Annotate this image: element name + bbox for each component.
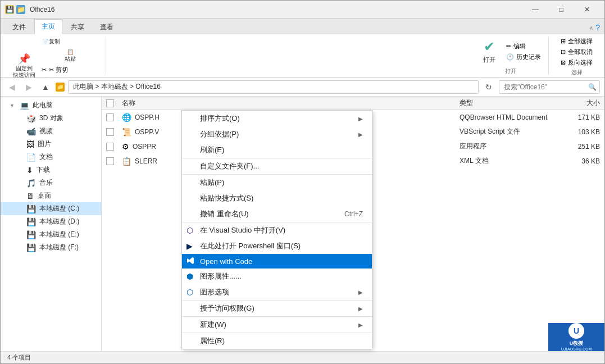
checkbox-2[interactable]	[106, 128, 114, 136]
cm-refresh-label: 刷新(E)	[200, 145, 224, 155]
breadcrumb: 此电脑 > 本地磁盘 > Office16	[73, 82, 161, 92]
select-all-icon: ⊞	[561, 38, 566, 45]
cm-graphics-properties[interactable]: ⬢ 图形属性......	[182, 269, 372, 284]
cm-paste[interactable]: 粘贴(P)	[182, 175, 372, 190]
invert-label: 反向选择	[568, 58, 593, 67]
cm-graphics-arrow: ▶	[358, 289, 363, 295]
filetype-4: XML 文档	[460, 156, 555, 166]
col-header-check	[106, 99, 122, 107]
sidebar-item-local-d[interactable]: 💾 本地磁盘 (D:)	[1, 215, 101, 228]
close-button[interactable]: ✕	[574, 1, 600, 19]
cut-label: ✂ 剪切	[49, 66, 68, 74]
pictures-label: 图片	[38, 139, 51, 149]
cm-properties[interactable]: 属性(R)	[182, 333, 372, 349]
sidebar-item-this-pc[interactable]: ▼ 💻 此电脑	[1, 99, 101, 112]
cm-custom-folder[interactable]: 自定义文件夹(F)...	[182, 158, 372, 175]
ribbon-select-content: ⊞ 全部选择 ⊡ 全部取消 ⊠ 反向选择	[559, 37, 594, 67]
file-icon-3: ⚙	[122, 142, 129, 151]
minimize-button[interactable]: —	[522, 1, 548, 19]
tab-share[interactable]: 共享	[63, 20, 92, 34]
cm-open-with-code[interactable]: Open with Code	[182, 254, 372, 269]
history-button[interactable]: 🕐 历史记录	[504, 52, 543, 62]
copy-label: 复制	[49, 38, 60, 46]
window: 💾 📁 Office16 — □ ✕ 文件 主页 共享 查看 ∧ ?	[0, 0, 605, 364]
sidebar-item-downloads[interactable]: ⬇ 下载	[1, 163, 101, 176]
file-check-2[interactable]	[106, 128, 122, 136]
forward-button[interactable]: ▶	[22, 80, 35, 94]
cm-sort-by[interactable]: 排序方式(O) ▶	[182, 111, 372, 126]
maximize-button[interactable]: □	[548, 1, 574, 19]
edit-button[interactable]: ✏ 编辑	[504, 42, 543, 51]
filetype-1: QQBrowser HTML Document	[460, 113, 555, 121]
tab-file[interactable]: 文件	[5, 20, 33, 34]
cm-group-arrow: ▶	[358, 131, 363, 138]
statusbar: 4 个项目	[1, 351, 604, 363]
sidebar-item-local-f[interactable]: 💾 本地磁盘 (F:)	[1, 241, 101, 254]
downloads-label: 下载	[37, 165, 50, 175]
tab-home[interactable]: 主页	[34, 19, 62, 34]
invert-select-button[interactable]: ⊠ 反向选择	[559, 58, 594, 67]
select-all-button[interactable]: ⊞ 全部选择	[559, 37, 594, 46]
checkbox-3[interactable]	[106, 143, 114, 151]
file-check-3[interactable]	[106, 143, 122, 151]
paste-icon: 📋	[67, 49, 74, 55]
documents-icon: 📄	[26, 153, 36, 162]
filesize-2: 103 KB	[555, 128, 600, 136]
search-input[interactable]	[499, 80, 600, 94]
this-pc-icon: 💻	[20, 101, 29, 110]
scissors-icon: ✂	[42, 66, 47, 74]
titlebar: 💾 📁 Office16 — □ ✕	[1, 1, 604, 19]
sidebar-item-pictures[interactable]: 🖼 图片	[1, 138, 101, 151]
sidebar-item-video[interactable]: 📹 视频	[1, 125, 101, 138]
sidebar-item-documents[interactable]: 📄 文档	[1, 151, 101, 163]
cm-refresh[interactable]: 刷新(E)	[182, 142, 372, 158]
checkbox-1[interactable]	[106, 113, 114, 121]
video-icon: 📹	[26, 127, 36, 136]
header-checkbox[interactable]	[106, 99, 114, 107]
cm-grant-access[interactable]: 授予访问权限(G) ▶	[182, 301, 372, 317]
select-none-button[interactable]: ⊡ 全部取消	[559, 47, 594, 57]
paste-button[interactable]: 📋 粘贴	[40, 48, 100, 64]
back-button[interactable]: ◀	[5, 80, 19, 94]
sidebar-item-3d[interactable]: 🎲 3D 对象	[1, 112, 101, 125]
cm-new[interactable]: 新建(W) ▶	[182, 317, 372, 333]
file-check-4[interactable]	[106, 157, 122, 165]
cut-button[interactable]: ✂ ✂ 剪切	[40, 65, 100, 75]
tab-view[interactable]: 查看	[93, 20, 121, 34]
graphics-options-icon: ⬡	[186, 288, 193, 297]
disk-c-icon: 💾	[26, 204, 36, 213]
documents-label: 文档	[39, 152, 53, 162]
cm-open-powershell[interactable]: ▶ 在此处打开 Powershell 窗口(S)	[182, 238, 372, 254]
desktop-label: 桌面	[38, 191, 51, 201]
cm-properties-label: 属性(R)	[200, 336, 225, 346]
open-button[interactable]: ✔ 打开	[479, 37, 500, 66]
sidebar-item-local-e[interactable]: 💾 本地磁盘 (E:)	[1, 228, 101, 241]
disk-f-icon: 💾	[26, 243, 36, 252]
pin-quickaccess-button[interactable]: 📌 固定到快速访问	[11, 53, 38, 80]
copy-button[interactable]: 📄 复制	[40, 37, 100, 47]
cm-undo-rename[interactable]: 撤销 重命名(U) Ctrl+Z	[182, 206, 372, 222]
edit-label: 编辑	[513, 42, 526, 51]
cm-new-arrow: ▶	[358, 322, 363, 328]
checkbox-4[interactable]	[106, 157, 114, 165]
pin-icon: 📌	[18, 54, 30, 64]
file-check-1[interactable]	[106, 113, 122, 121]
cm-paste-shortcut[interactable]: 粘贴快捷方式(S)	[182, 190, 372, 206]
powershell-icon: ▶	[186, 242, 193, 251]
refresh-button[interactable]: ↻	[482, 80, 495, 94]
sidebar-item-desktop[interactable]: 🖥 桌面	[1, 189, 101, 202]
cm-grant-arrow: ▶	[358, 306, 363, 312]
cm-sort-by-label: 排序方式(O)	[200, 113, 240, 124]
sidebar-item-music[interactable]: 🎵 音乐	[1, 176, 101, 189]
file-icon-4: 📋	[122, 157, 131, 166]
filetype-3: 应用程序	[460, 142, 555, 151]
cm-group-by[interactable]: 分组依据(P) ▶	[182, 126, 372, 142]
pin-label: 固定到快速访问	[13, 65, 35, 79]
local-f-label: 本地磁盘 (F:)	[39, 243, 79, 252]
address-path[interactable]: 此电脑 > 本地磁盘 > Office16	[68, 80, 479, 94]
cm-open-vs[interactable]: ⬡ 在 Visual Studio 中打开(V)	[182, 222, 372, 238]
history-icon: 🕐	[506, 53, 514, 61]
up-button[interactable]: ▲	[39, 80, 52, 94]
sidebar-item-local-c[interactable]: 💾 本地磁盘 (C:)	[1, 202, 101, 215]
cm-graphics-options[interactable]: ⬡ 图形选项 ▶	[182, 284, 372, 301]
